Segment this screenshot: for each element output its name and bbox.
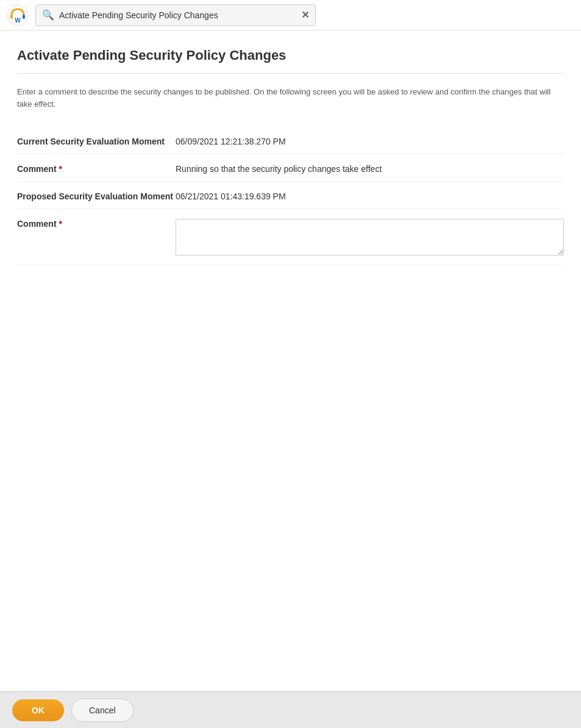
action-bar: OK Cancel [0, 691, 581, 728]
form-section: Current Security Evaluation Moment 06/09… [17, 127, 564, 265]
proposed-moment-value: 06/21/2021 01:43:19.639 PM [176, 189, 564, 201]
main-content-panel: Activate Pending Security Policy Changes… [0, 30, 581, 691]
current-moment-value: 06/09/2021 12:21:38.270 PM [176, 134, 564, 146]
svg-rect-1 [10, 15, 13, 19]
top-navigation-bar: W 🔍 ✕ [0, 0, 581, 30]
svg-text:W: W [15, 17, 21, 24]
search-bar[interactable]: 🔍 ✕ [35, 4, 316, 26]
page-title: Activate Pending Security Policy Changes [17, 48, 564, 74]
comment2-textarea[interactable] [176, 219, 564, 255]
proposed-moment-label: Proposed Security Evaluation Moment [17, 189, 176, 201]
workday-logo[interactable]: W [6, 4, 29, 27]
comment1-label: Comment * [17, 162, 176, 174]
comment1-row: Comment * Running so that the security p… [17, 154, 564, 182]
search-input[interactable] [59, 10, 296, 20]
current-moment-label: Current Security Evaluation Moment [17, 134, 176, 146]
current-moment-row: Current Security Evaluation Moment 06/09… [17, 127, 564, 154]
comment2-row: Comment * [17, 209, 564, 265]
comment1-value: Running so that the security policy chan… [176, 164, 382, 174]
comment2-label: Comment * [17, 216, 176, 229]
required-star-2: * [59, 219, 62, 229]
ok-button[interactable]: OK [12, 699, 64, 721]
description-text: Enter a comment to describe the security… [17, 86, 564, 110]
proposed-moment-row: Proposed Security Evaluation Moment 06/2… [17, 182, 564, 209]
search-icon: 🔍 [42, 9, 54, 21]
cancel-button[interactable]: Cancel [71, 699, 134, 722]
svg-rect-2 [23, 15, 25, 19]
required-star-1: * [59, 164, 62, 174]
close-icon[interactable]: ✕ [301, 9, 309, 21]
